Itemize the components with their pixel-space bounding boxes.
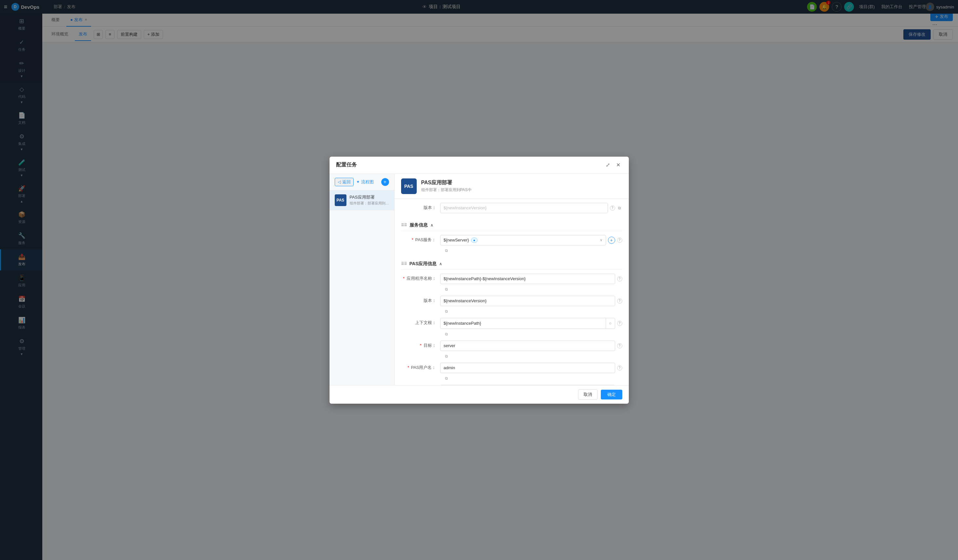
label-version: 版本： bbox=[401, 296, 440, 304]
control-version: ? bbox=[440, 296, 622, 306]
service-info-chevron: ∧ bbox=[430, 223, 433, 228]
help-icon-pas-service[interactable]: ? bbox=[617, 237, 622, 243]
copy-row-context: ⧉ bbox=[401, 332, 622, 337]
section-service-info: ⠿⠿ 服务信息 ∧ * PAS服务： ${newServer} ● bbox=[395, 218, 629, 253]
input-app-name[interactable] bbox=[440, 274, 615, 284]
label-target: * 目标： bbox=[401, 341, 440, 348]
pas-title-group: PAS应用部署 组件部署：部署应用到PAS中 bbox=[421, 179, 472, 193]
modal-title: 配置任务 bbox=[336, 161, 357, 168]
copy-row-pas-service: ⧉ bbox=[401, 248, 622, 253]
input-truncated[interactable] bbox=[440, 203, 608, 213]
form-row-truncated: 版本： ? ⧉ bbox=[401, 203, 622, 213]
modal-sidebar-header: ◁ 返回 ✦ 流程图 + bbox=[330, 174, 394, 190]
drag-icon-service: ⠿⠿ bbox=[401, 223, 407, 228]
control-context: ○ ? bbox=[440, 318, 622, 329]
control-app-name: ? bbox=[440, 274, 622, 284]
control-pas-username: ? bbox=[440, 363, 622, 373]
select-inner-pas-service: ${newServer} ● bbox=[444, 237, 478, 243]
input-context[interactable] bbox=[441, 318, 606, 329]
copy-row-version: ⧉ bbox=[401, 309, 622, 314]
copy-row-target: ⧉ bbox=[401, 354, 622, 359]
form-row-app-name: * 应用程序名称： ? bbox=[401, 274, 622, 284]
flow-diagram-btn[interactable]: ✦ 流程图 bbox=[356, 179, 374, 185]
pas-icon-text: PAS bbox=[404, 184, 414, 189]
control-target: ? bbox=[440, 341, 622, 351]
section-pas-app-info: ⠿⠿ PAS应用信息 ∧ * 应用程序名称： ? ⧉ bbox=[395, 257, 629, 385]
modal-sidebar-task-item[interactable]: PAS PAS应用部署 组件部署：部署应用到P... bbox=[330, 190, 394, 210]
add-circle-icon-pas-service[interactable]: + bbox=[608, 237, 615, 244]
pas-app-info-header[interactable]: ⠿⠿ PAS应用信息 ∧ bbox=[401, 257, 622, 270]
help-icon-truncated[interactable]: ? bbox=[610, 206, 615, 210]
form-row-version: 版本： ? bbox=[401, 296, 622, 306]
modal-body: ◁ 返回 ✦ 流程图 + PAS PAS应用部署 组件部署：部署应用到P... bbox=[330, 174, 629, 385]
modal-sidebar: ◁ 返回 ✦ 流程图 + PAS PAS应用部署 组件部署：部署应用到P... bbox=[330, 174, 395, 385]
context-clear-icon[interactable]: ○ bbox=[606, 318, 615, 329]
tag-pas-service: ● bbox=[471, 237, 478, 243]
pas-title: PAS应用部署 bbox=[421, 179, 472, 186]
select-pas-service[interactable]: ${newServer} ● ∨ bbox=[440, 235, 606, 245]
input-version[interactable] bbox=[440, 296, 615, 306]
control-truncated: ? ⧉ bbox=[440, 203, 622, 213]
copy-icon-target[interactable]: ⧉ bbox=[444, 354, 449, 359]
pas-icon: PAS bbox=[401, 179, 417, 194]
help-icon-target[interactable]: ? bbox=[617, 343, 622, 348]
form-row-target: * 目标： ? bbox=[401, 341, 622, 351]
copy-row-app-name: ⧉ bbox=[401, 287, 622, 292]
copy-icon-truncated[interactable]: ⧉ bbox=[617, 206, 622, 210]
label-pas-username: * PAS用户名： bbox=[401, 363, 440, 370]
input-pas-username[interactable] bbox=[440, 363, 615, 373]
pas-app-info-label: PAS应用信息 bbox=[409, 261, 437, 267]
required-star-username: * bbox=[408, 365, 409, 370]
back-chevron-icon: ◁ bbox=[338, 179, 341, 184]
copy-icon-context[interactable]: ⧉ bbox=[444, 332, 449, 337]
back-label: 返回 bbox=[342, 179, 351, 185]
form-row-context: 上下文根： ○ ? bbox=[401, 318, 622, 329]
modal-cancel-button[interactable]: 取消 bbox=[578, 389, 598, 400]
context-input-wrap: ○ bbox=[440, 318, 615, 329]
required-star-pas-service: * bbox=[412, 237, 414, 242]
label-app-name: * 应用程序名称： bbox=[401, 274, 440, 282]
required-star-target: * bbox=[420, 343, 422, 348]
flow-icon: ✦ bbox=[356, 179, 360, 184]
back-button[interactable]: ◁ 返回 bbox=[335, 178, 354, 186]
copy-row-username: ⧉ bbox=[401, 376, 622, 381]
modal-configure-task: 配置任务 ⤢ ✕ ◁ 返回 ✦ 流程图 + PAS bbox=[330, 157, 629, 404]
label-context: 上下文根： bbox=[401, 318, 440, 326]
task-item-info: PAS应用部署 组件部署：部署应用到P... bbox=[350, 195, 389, 206]
copy-icon-version[interactable]: ⧉ bbox=[444, 309, 449, 314]
truncated-top-section: 版本： ? ⧉ bbox=[395, 203, 629, 213]
task-icon-text: PAS bbox=[337, 198, 344, 202]
modal-header-actions: ⤢ ✕ bbox=[604, 161, 622, 169]
modal-main: PAS PAS应用部署 组件部署：部署应用到PAS中 版本： ? ⧉ bbox=[395, 174, 629, 385]
add-task-button[interactable]: + bbox=[381, 178, 389, 186]
select-chevron-pas-service: ∨ bbox=[600, 238, 603, 242]
service-info-label: 服务信息 bbox=[409, 222, 428, 228]
help-icon-app-name[interactable]: ? bbox=[617, 276, 622, 282]
help-icon-context[interactable]: ? bbox=[617, 321, 622, 326]
copy-icon-username[interactable]: ⧉ bbox=[444, 376, 449, 381]
input-target[interactable] bbox=[440, 341, 615, 351]
copy-icon-pas-service[interactable]: ⧉ bbox=[444, 248, 449, 253]
modal-close-button[interactable]: ✕ bbox=[614, 161, 622, 169]
control-pas-service: ${newServer} ● ∨ + ? bbox=[440, 235, 622, 245]
service-info-header[interactable]: ⠿⠿ 服务信息 ∧ bbox=[401, 218, 622, 231]
help-icon-username[interactable]: ? bbox=[617, 365, 622, 370]
modal-footer: 取消 确定 bbox=[330, 385, 629, 404]
modal-expand-button[interactable]: ⤢ bbox=[604, 161, 612, 169]
modal-header: 配置任务 ⤢ ✕ bbox=[330, 157, 629, 174]
flow-label: 流程图 bbox=[361, 179, 374, 185]
drag-icon-app-info: ⠿⠿ bbox=[401, 262, 407, 266]
copy-icon-app-name[interactable]: ⧉ bbox=[444, 287, 449, 292]
pas-app-info-chevron: ∧ bbox=[439, 262, 442, 266]
required-star-app-name: * bbox=[403, 276, 404, 281]
help-icon-version[interactable]: ? bbox=[617, 298, 622, 304]
form-row-pas-username: * PAS用户名： ? bbox=[401, 363, 622, 373]
modal-confirm-button[interactable]: 确定 bbox=[601, 390, 622, 399]
form-row-pas-service: * PAS服务： ${newServer} ● ∨ + ? bbox=[401, 235, 622, 245]
pas-subtitle: 组件部署：部署应用到PAS中 bbox=[421, 187, 472, 193]
task-item-icon: PAS bbox=[335, 195, 346, 206]
select-value-pas-service: ${newServer} bbox=[444, 237, 469, 242]
task-item-desc: 组件部署：部署应用到P... bbox=[350, 201, 389, 206]
label-pas-service: * PAS服务： bbox=[401, 235, 440, 243]
modal-main-header: PAS PAS应用部署 组件部署：部署应用到PAS中 bbox=[395, 174, 629, 199]
